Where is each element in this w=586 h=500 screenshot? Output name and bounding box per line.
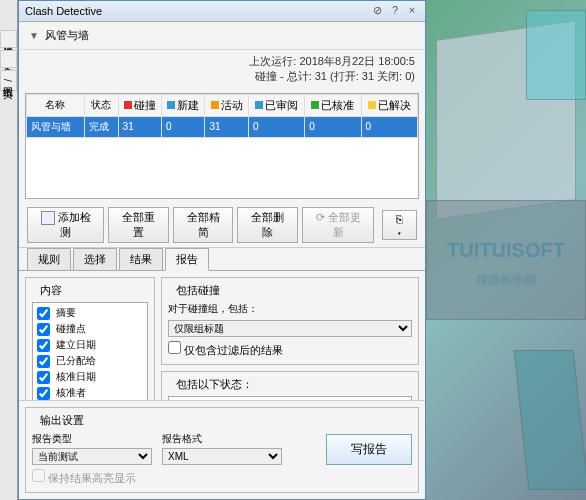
content-checklist[interactable]: 摘要 碰撞点 建立日期 已分配给 核准日期 核准者 层名称 项目路径 项目 ID… (32, 302, 148, 400)
content-item[interactable]: 建立日期 (35, 337, 145, 353)
watermark-sub: 腿腿教学网 (476, 272, 536, 289)
col-new[interactable]: 新建 (162, 94, 205, 116)
refresh-icon: ⟳ (316, 211, 325, 223)
report-format-select[interactable]: XML (162, 448, 282, 465)
export-icon: ⎘ (396, 213, 403, 225)
col-resolved[interactable]: 已解决 (361, 94, 417, 116)
side-tab-2[interactable]: 图纸/页 (0, 70, 17, 91)
reset-all-button[interactable]: 全部重置 (108, 207, 169, 243)
content-item[interactable]: 摘要 (35, 305, 145, 321)
col-active[interactable]: 活动 (205, 94, 248, 116)
update-all-button[interactable]: ⟳ 全部更新 (302, 207, 374, 243)
col-name[interactable]: 名称 (27, 94, 85, 116)
side-tab-1[interactable]: 集合 (0, 50, 17, 68)
tests-toolbar: 添加检测 全部重置 全部精简 全部删除 ⟳ 全部更新 ⎘ ▾ (19, 203, 425, 248)
3d-viewport[interactable]: TUITUISOFT 腿腿教学网 (426, 0, 586, 500)
vertical-tab-strip: 选择树 集合 图纸/页 (0, 0, 18, 500)
states-title: 包括以下状态： (172, 377, 257, 392)
tab-report[interactable]: 报告 (165, 248, 209, 271)
test-header[interactable]: ▼ 风管与墙 (19, 22, 425, 50)
report-content: 内容 摘要 碰撞点 建立日期 已分配给 核准日期 核准者 层名称 项目路径 项目… (19, 271, 425, 400)
col-approved[interactable]: 已核准 (305, 94, 361, 116)
report-format-label: 报告格式 (162, 432, 282, 446)
test-name: 风管与墙 (45, 28, 89, 43)
clash-detective-panel: Clash Detective ⊘ ? × ▼ 风管与墙 上次运行: 2018年… (18, 0, 426, 500)
grid-empty-area (26, 138, 418, 198)
pin-icon[interactable]: ⊘ (371, 4, 385, 18)
side-tab-0[interactable]: 选择树 (0, 30, 17, 48)
delete-all-button[interactable]: 全部删除 (237, 207, 298, 243)
window-title: Clash Detective (25, 5, 102, 17)
col-status[interactable]: 状态 (84, 94, 118, 116)
col-reviewed[interactable]: 已审阅 (248, 94, 304, 116)
clash-group-title: 包括碰撞 (172, 283, 224, 298)
tab-select[interactable]: 选择 (73, 248, 117, 270)
export-button[interactable]: ⎘ ▾ (382, 210, 417, 240)
last-run-text: 上次运行: 2018年8月22日 18:00:5 (29, 54, 415, 69)
clash-subtitle: 对于碰撞组，包括： (168, 302, 412, 316)
help-icon[interactable]: ? (388, 4, 402, 18)
content-item[interactable]: 核准日期 (35, 369, 145, 385)
summary-text: 碰撞 - 总计: 31 (打开: 31 关闭: 0) (29, 69, 415, 84)
tab-results[interactable]: 结果 (119, 248, 163, 270)
tab-strip: 规则 选择 结果 报告 (19, 248, 425, 271)
col-clash[interactable]: 碰撞 (118, 94, 161, 116)
report-type-select[interactable]: 当前测试 (32, 448, 152, 465)
close-icon[interactable]: × (405, 4, 419, 18)
tests-grid: 名称 状态 碰撞 新建 活动 已审阅 已核准 已解决 风管与墙完成3103100… (25, 93, 419, 199)
content-item[interactable]: 核准者 (35, 385, 145, 400)
content-item[interactable]: 碰撞点 (35, 321, 145, 337)
keep-highlight-checkbox[interactable]: 保持结果高亮显示 (32, 469, 412, 486)
compact-all-button[interactable]: 全部精简 (173, 207, 234, 243)
tab-rules[interactable]: 规则 (27, 248, 71, 270)
add-test-button[interactable]: 添加检测 (27, 207, 104, 243)
content-item[interactable]: 已分配给 (35, 353, 145, 369)
table-row[interactable]: 风管与墙完成31031000 (27, 116, 418, 137)
write-report-button[interactable]: 写报告 (326, 434, 412, 465)
titlebar: Clash Detective ⊘ ? × (19, 1, 425, 22)
plus-icon (41, 211, 55, 225)
group-mode-select[interactable]: 仅限组标题 (168, 320, 412, 337)
output-title: 输出设置 (36, 413, 88, 428)
test-meta: 上次运行: 2018年8月22日 18:00:5 碰撞 - 总计: 31 (打开… (19, 50, 425, 89)
chevron-down-icon: ▼ (29, 30, 39, 41)
report-type-label: 报告类型 (32, 432, 152, 446)
content-group-title: 内容 (36, 283, 66, 298)
filter-checkbox[interactable]: 仅包含过滤后的结果 (168, 345, 283, 356)
